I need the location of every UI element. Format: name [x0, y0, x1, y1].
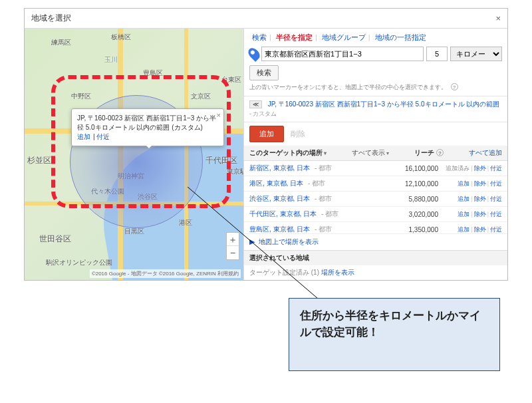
row-add-link[interactable]: 追加	[458, 180, 469, 187]
tab-search[interactable]: 検索	[252, 33, 267, 41]
location-type: - 都市	[319, 210, 338, 217]
marker-icon[interactable]	[246, 46, 262, 62]
close-icon[interactable]: ×	[495, 13, 501, 23]
listhead-filter[interactable]: すべて表示	[352, 148, 389, 158]
help-icon[interactable]: ?	[436, 149, 444, 156]
location-type: - 都市	[313, 225, 332, 233]
row-exclude-link[interactable]: 除外	[474, 196, 486, 202]
map-pane[interactable]: 板橋区 練馬区 豊島区 文京区 台東区 中野区 新宿区 杉並区 千代田区 東京駅…	[25, 29, 244, 280]
settings-pane: 検索| 半径を指定| 地域グループ| 地域の一括指定 キロメートル 検索 上の青…	[244, 29, 507, 280]
location-name-link[interactable]: 千代田区, 東京都, 日本	[249, 210, 317, 217]
dialog-titlebar: 地域を選択 ×	[25, 9, 507, 29]
bubble-text: JP, 〒160-0023 新宿区 西新宿1丁目1−3 から半径 5.0キロメー…	[77, 114, 218, 132]
add-button[interactable]: 追加	[249, 126, 284, 142]
zoom-in-button[interactable]: ＋	[227, 233, 239, 246]
location-name-link[interactable]: 港区, 東京都, 日本	[249, 180, 303, 187]
location-name-link[interactable]: 新宿区, 東京都, 日本	[249, 164, 310, 172]
table-row: 千代田区, 東京都, 日本 - 都市3,020,000追加|除外|付近	[244, 207, 507, 222]
remove-button[interactable]: 削除	[291, 129, 305, 139]
bubble-close-icon[interactable]: ×	[217, 111, 221, 119]
dialog-content: 板橋区 練馬区 豊島区 文京区 台東区 中野区 新宿区 杉並区 千代田区 東京駅…	[25, 29, 507, 280]
row-nearby-link[interactable]: 付近	[490, 180, 502, 187]
table-row: 新宿区, 東京都, 日本 - 都市16,100,000追加済み|除外|付近	[244, 161, 507, 176]
tab-bulk[interactable]: 地域の一括指定	[375, 33, 426, 41]
selected-row: ターゲット設定済み (1) 場所を表示	[244, 265, 507, 280]
row-nearby-link[interactable]: 付近	[490, 226, 502, 233]
row-ops: 追加|除外|付近	[438, 225, 502, 234]
location-dialog: 地域を選択 × 板橋区 練馬区 豊島区 文京区 台東区 中野区 新宿区 杉並区 …	[24, 8, 508, 281]
back-button[interactable]: ≪	[249, 100, 262, 108]
row-add-link[interactable]: 追加	[458, 196, 469, 202]
zoom-control: ＋ −	[226, 232, 239, 260]
reach-value: 16,100,000	[390, 165, 438, 172]
row-ops: 追加|除外|付近	[438, 210, 502, 219]
selected-header: 選択されている地域	[244, 250, 507, 265]
tab-radius[interactable]: 半径を指定	[276, 33, 313, 41]
list-header: このターゲット内の場所 すべて表示 リーチ ? すべて追加	[244, 146, 507, 161]
show-on-map-link[interactable]: 地図上で場所を表示	[259, 238, 319, 245]
row-add-link[interactable]: 追加	[458, 226, 469, 233]
row-nearby-link[interactable]: 付近	[490, 165, 502, 172]
row-exclude-link[interactable]: 除外	[474, 180, 486, 187]
show-on-map-row: ▶ 地図上で場所を表示	[244, 233, 507, 250]
location-type: - 都市	[313, 164, 332, 172]
location-list: 新宿区, 東京都, 日本 - 都市16,100,000追加済み|除外|付近港区,…	[244, 161, 507, 233]
row-ops: 追加済み|除外|付近	[438, 164, 502, 173]
location-type: - 都市	[313, 195, 332, 202]
mode-tabs: 検索| 半径を指定| 地域グループ| 地域の一括指定	[244, 29, 507, 44]
row-exclude-link[interactable]: 除外	[474, 165, 486, 172]
row-exclude-link[interactable]: 除外	[474, 211, 486, 217]
address-input[interactable]	[261, 47, 424, 61]
help-icon[interactable]: ?	[451, 83, 458, 90]
add-all-link[interactable]: すべて追加	[469, 148, 502, 158]
location-type: - 都市	[306, 180, 325, 187]
reach-value: 5,880,000	[390, 196, 438, 203]
table-row: 港区, 東京都, 日本 - 都市12,100,000追加|除外|付近	[244, 176, 507, 192]
map-info-bubble: × JP, 〒160-0023 新宿区 西新宿1丁目1−3 から半径 5.0キロ…	[71, 108, 224, 146]
annotation-callout: 住所から半径をキロメートルかマイルで設定可能！	[289, 298, 500, 371]
dialog-title: 地域を選択	[31, 13, 71, 24]
bubble-nearby-link[interactable]: 付近	[96, 133, 110, 140]
marker-hint: 上の青いマーカーをオンにすると、地図上で半径の中心を選択できます。 ?	[244, 83, 507, 96]
reach-value: 12,100,000	[390, 180, 438, 188]
search-row: キロメートル	[244, 44, 507, 64]
unit-select[interactable]: キロメートル	[450, 47, 502, 61]
listhead-left[interactable]: このターゲット内の場所	[249, 148, 327, 158]
listhead-reach: リーチ	[414, 149, 434, 156]
table-row: 豊島区, 東京都, 日本 - 都市1,350,000追加|除外|付近	[244, 222, 507, 233]
map-attribution: ©2016 Google - 地図データ ©2016 Google, ZENRI…	[90, 269, 241, 278]
bubble-add-link[interactable]: 追加	[77, 133, 90, 140]
row-add-link[interactable]: 追加	[458, 211, 469, 217]
row-exclude-link[interactable]: 除外	[474, 226, 486, 233]
range-summary: ≪ JP, 〒160-0023 新宿区 西新宿1丁目1−3 から半径 5.0キロ…	[244, 96, 507, 122]
triangle-icon: ▶	[249, 237, 255, 245]
radius-input[interactable]	[426, 47, 448, 61]
row-nearby-link[interactable]: 付近	[490, 196, 502, 202]
row-ops: 追加|除外|付近	[438, 195, 502, 203]
row-ops: 追加|除外|付近	[438, 180, 502, 188]
added-label: 追加済み	[446, 165, 469, 172]
show-selected-link[interactable]: 場所を表示	[321, 269, 354, 276]
location-name-link[interactable]: 豊島区, 東京都, 日本	[249, 225, 310, 233]
search-button[interactable]: 検索	[249, 65, 279, 80]
zoom-out-button[interactable]: −	[227, 246, 239, 259]
location-name-link[interactable]: 渋谷区, 東京都, 日本	[249, 195, 310, 202]
range-sub: - カスタム	[249, 110, 502, 118]
row-nearby-link[interactable]: 付近	[490, 211, 502, 217]
reach-value: 3,020,000	[390, 211, 438, 218]
tab-group[interactable]: 地域グループ	[322, 33, 366, 41]
table-row: 渋谷区, 東京都, 日本 - 都市5,880,000追加|除外|付近	[244, 192, 507, 207]
reach-value: 1,350,000	[390, 226, 438, 233]
range-link[interactable]: JP, 〒160-0023 新宿区 西新宿1丁目1−3 から半径 5.0キロメー…	[268, 100, 500, 108]
